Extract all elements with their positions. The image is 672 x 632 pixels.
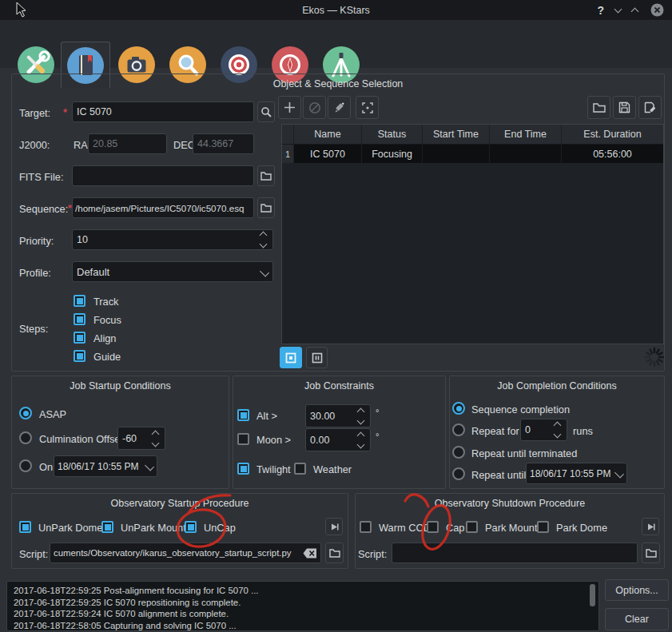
run-startup-button[interactable] — [325, 518, 343, 535]
spin-up-icon[interactable] — [357, 431, 365, 439]
repeat-for-label: Repeat for — [471, 425, 519, 437]
until-datetime-combobox[interactable]: 18/06/17 10:55 PM — [526, 463, 627, 484]
close-button[interactable] — [650, 3, 664, 17]
run-shutdown-button[interactable] — [642, 518, 659, 535]
clear-log-button[interactable]: Clear — [605, 608, 669, 630]
sequence-completion-radio[interactable] — [452, 402, 465, 415]
sequence-input[interactable] — [75, 203, 251, 213]
twilight-checkbox[interactable] — [237, 463, 249, 475]
moon-checkbox[interactable] — [237, 433, 249, 445]
folder-icon — [260, 203, 272, 213]
alt-input[interactable] — [310, 411, 356, 422]
load-queue-button[interactable] — [587, 96, 610, 119]
spin-up-icon[interactable] — [152, 430, 160, 438]
spin-down-icon[interactable] — [260, 240, 268, 248]
pause-scheduler-button[interactable] — [306, 347, 328, 368]
col-est-duration[interactable]: Est. Duration — [562, 125, 663, 144]
startup-script-field[interactable] — [50, 543, 321, 563]
clear-text-icon[interactable] — [303, 548, 317, 558]
spin-down-icon[interactable] — [152, 439, 160, 447]
startup-script-browse-button[interactable] — [325, 543, 344, 563]
step-align-checkbox[interactable] — [74, 332, 85, 344]
col-name[interactable]: Name — [294, 125, 362, 144]
shutdown-script-input[interactable] — [396, 547, 633, 558]
unpark-mount-checkbox[interactable] — [101, 521, 113, 533]
culmination-input[interactable] — [122, 433, 150, 444]
help-button[interactable]: ? — [597, 4, 604, 17]
spin-down-icon[interactable] — [357, 416, 365, 424]
repeat-for-radio[interactable] — [452, 423, 465, 436]
window-title: Ekos — KStars — [0, 5, 672, 16]
step-align-label: Align — [93, 332, 116, 344]
asap-radio[interactable] — [19, 407, 32, 419]
shutdown-script-field[interactable] — [392, 543, 638, 563]
culmination-spinbox[interactable] — [117, 427, 165, 450]
spin-down-icon[interactable] — [554, 431, 562, 439]
title-bar: Ekos — KStars ? — [0, 0, 672, 20]
col-status[interactable]: Status — [362, 125, 423, 144]
dec-field[interactable] — [193, 133, 254, 154]
spin-up-icon[interactable] — [554, 422, 562, 430]
uncap-checkbox[interactable] — [185, 521, 197, 533]
step-track-checkbox[interactable] — [74, 295, 85, 307]
sequence-browse-button[interactable] — [257, 197, 275, 218]
scheduler-log[interactable]: 2017-06-18T22:59:25 Post-alignment focus… — [6, 581, 599, 631]
edit-job-button[interactable] — [328, 96, 351, 119]
ra-input[interactable] — [93, 138, 162, 149]
target-input[interactable] — [77, 106, 249, 117]
start-datetime-combobox[interactable]: 18/06/17 10:55 PM — [54, 455, 157, 477]
culmination-radio[interactable] — [19, 431, 32, 444]
job-startup-title: Job Startup Conditions — [12, 380, 229, 392]
jobs-table[interactable]: Name Status Start Time End Time Est. Dur… — [281, 124, 664, 344]
shutdown-script-browse-button[interactable] — [642, 543, 660, 563]
fits-file-field[interactable] — [72, 165, 254, 186]
spin-down-icon[interactable] — [357, 440, 365, 448]
fits-browse-button[interactable] — [257, 165, 275, 186]
log-scrollbar[interactable] — [590, 584, 595, 606]
sequence-completion-label: Sequence completion — [471, 403, 570, 415]
alt-spinbox[interactable] — [305, 404, 371, 427]
park-mount-checkbox[interactable] — [466, 521, 478, 533]
dec-input[interactable] — [197, 138, 249, 149]
park-dome-label: Park Dome — [556, 522, 607, 534]
stop-scheduler-button[interactable] — [280, 347, 302, 368]
on-date-radio[interactable] — [19, 459, 32, 472]
repeat-until-radio[interactable] — [452, 467, 465, 480]
spin-up-icon[interactable] — [357, 407, 365, 415]
target-field[interactable] — [72, 101, 254, 122]
park-dome-checkbox[interactable] — [537, 521, 549, 533]
spin-up-icon[interactable] — [260, 232, 268, 240]
save-queue-button[interactable] — [613, 96, 636, 119]
shade-icon[interactable] — [614, 5, 622, 13]
col-end-time[interactable]: End Time — [490, 125, 562, 144]
priority-spinbox[interactable] — [72, 229, 273, 250]
repeat-runs-spinbox[interactable] — [520, 419, 567, 441]
startup-script-input[interactable] — [54, 548, 301, 558]
select-frame-button[interactable] — [356, 96, 379, 119]
maximize-icon[interactable] — [631, 8, 639, 16]
weather-checkbox[interactable] — [294, 463, 306, 475]
moon-degree-label: ° — [376, 431, 379, 441]
moon-input[interactable] — [310, 435, 356, 446]
profile-combobox[interactable]: Default — [72, 261, 273, 282]
cap-checkbox[interactable] — [427, 521, 439, 533]
save-queue-as-button[interactable] — [638, 96, 662, 119]
step-guide-checkbox[interactable] — [74, 350, 85, 362]
unpark-dome-checkbox[interactable] — [19, 521, 31, 533]
fits-file-input[interactable] — [77, 170, 249, 181]
col-start-time[interactable]: Start Time — [423, 125, 490, 144]
repeat-runs-input[interactable] — [525, 424, 552, 435]
alt-checkbox[interactable] — [237, 409, 249, 421]
repeat-terminated-radio[interactable] — [452, 446, 465, 459]
find-object-button[interactable] — [257, 101, 275, 122]
table-row[interactable]: 1 IC 5070 Focusing 05:56:00 — [282, 145, 663, 163]
sequence-field[interactable] — [72, 197, 254, 218]
step-focus-checkbox[interactable] — [74, 313, 85, 325]
add-job-button[interactable] — [278, 96, 301, 119]
moon-spinbox[interactable] — [305, 428, 371, 451]
options-button[interactable]: Options... — [605, 579, 669, 601]
remove-job-button[interactable] — [303, 96, 326, 119]
warm-ccd-checkbox[interactable] — [360, 521, 372, 533]
ra-field[interactable] — [88, 133, 167, 154]
priority-input[interactable] — [77, 234, 258, 245]
